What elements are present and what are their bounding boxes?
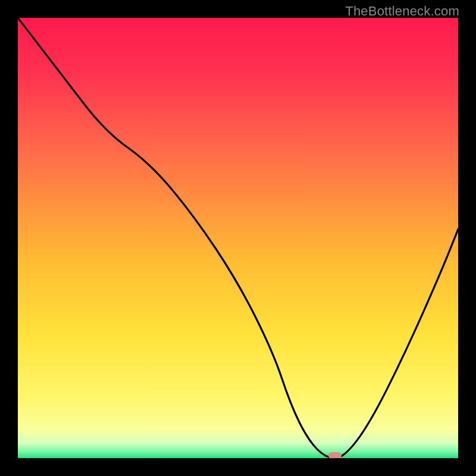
plot-area (18, 18, 458, 458)
chart-frame: TheBottleneck.com (0, 0, 476, 476)
bottleneck-curve-path (18, 18, 458, 458)
curve-layer (18, 18, 458, 458)
watermark-text: TheBottleneck.com (345, 4, 459, 19)
optimal-marker (328, 452, 342, 458)
